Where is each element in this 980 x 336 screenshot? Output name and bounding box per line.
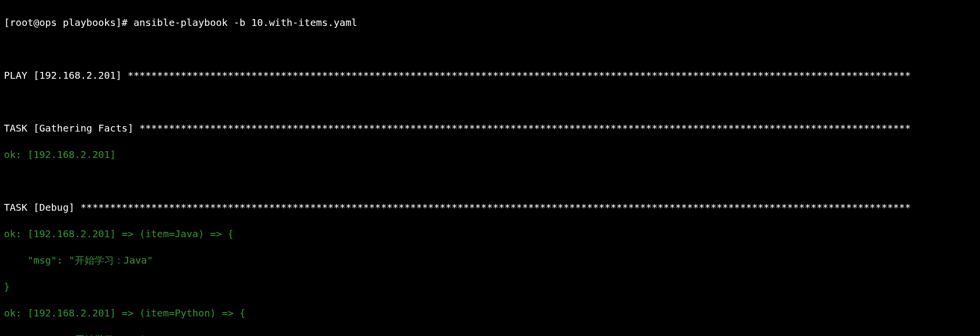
ok-prefix: ok: [ [4,307,33,319]
task-label: TASK [ [4,122,39,134]
debug-item-line: ok: [192.168.2.201] => (item=Java) => { [4,227,976,241]
debug-msg-line: "msg": "开始学习：Java" [4,254,976,267]
play-target: 192.168.2.201 [39,69,116,81]
play-label: PLAY [ [4,69,39,81]
prompt-host: ops [39,17,57,28]
blank-line [4,95,976,109]
ok-host: 192.168.2.201 [33,149,110,160]
ok-prefix: ok: [ [4,228,33,240]
item-name: Java [175,228,198,240]
msg-close-quote: " [159,334,165,336]
prompt-at: @ [33,17,39,28]
item-open: ] => (item= [110,307,175,319]
task-label-close: ] [128,122,139,134]
debug-item-line: ok: [192.168.2.201] => (item=Python) => … [4,307,976,320]
debug-msg-line: "msg": "开始学习：Python" [4,333,976,336]
prompt-user: root [10,17,33,28]
task-debug-separator: ****************************************… [81,202,911,213]
prompt-open-bracket: [ [4,17,10,28]
msg-value: 开始学习：Python [75,334,159,336]
item-close: ) => { [198,228,233,240]
task-gathering-ok: ok: [192.168.2.201] [4,148,976,161]
msg-key: "msg": " [4,334,75,336]
shell-prompt-line: [root@ops playbooks]# ansible-playbook -… [4,16,976,29]
msg-close-quote: " [147,254,153,266]
debug-close-brace: } [4,280,976,293]
prompt-cwd: playbooks [63,17,115,28]
item-open: ] => (item= [110,228,175,240]
close-brace: } [4,281,10,292]
task-debug-name: Debug [39,202,68,213]
play-header-line: PLAY [192.168.2.201] *******************… [4,69,976,82]
terminal-output[interactable]: [root@ops playbooks]# ansible-playbook -… [0,0,980,336]
ok-host: 192.168.2.201 [33,307,110,319]
play-label-close: ] [116,69,128,81]
msg-key: "msg": " [4,254,75,266]
msg-value: 开始学习：Java [75,254,147,266]
ok-suffix: ] [110,149,116,160]
play-separator: ****************************************… [128,69,911,81]
task-gathering-name: Gathering Facts [39,122,128,134]
ok-host: 192.168.2.201 [33,228,110,240]
item-name: Python [175,307,210,319]
task-gathering-separator: ****************************************… [139,122,911,134]
task-label: TASK [ [4,202,39,213]
blank-line [4,43,976,56]
item-close: ) => { [210,307,245,319]
blank-line [4,175,976,188]
entered-command: ansible-playbook -b 10.with-items.yaml [134,17,357,28]
task-label-close: ] [68,202,80,213]
task-gathering-header: TASK [Gathering Facts] *****************… [4,122,976,135]
ok-prefix: ok: [ [4,149,33,160]
task-debug-header: TASK [Debug] ***************************… [4,201,976,214]
prompt-space [57,17,63,28]
prompt-close-bracket: ]# [116,17,134,28]
